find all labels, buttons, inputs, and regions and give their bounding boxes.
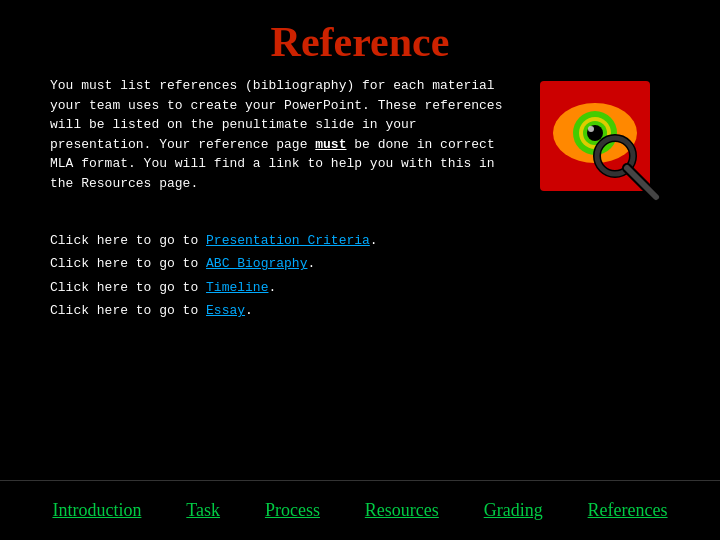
timeline-link[interactable]: Timeline: [206, 280, 268, 295]
bottom-navigation: Introduction Task Process Resources Grad…: [0, 480, 720, 540]
link-item-timeline: Click here to go to Timeline.: [50, 276, 670, 299]
nav-resources[interactable]: Resources: [365, 500, 439, 521]
description-text: You must list references (bibliography) …: [50, 76, 520, 193]
links-section: Click here to go to Presentation Criteri…: [0, 211, 720, 323]
nav-references[interactable]: References: [588, 500, 668, 521]
nav-introduction[interactable]: Introduction: [52, 500, 141, 521]
nav-grading[interactable]: Grading: [484, 500, 543, 521]
page-title: Reference: [0, 0, 720, 76]
abc-biography-link[interactable]: ABC Biography: [206, 256, 307, 271]
nav-task[interactable]: Task: [186, 500, 220, 521]
presentation-criteria-link[interactable]: Presentation Criteria: [206, 233, 370, 248]
link-item-abc: Click here to go to ABC Biography.: [50, 252, 670, 275]
link-item-presentation: Click here to go to Presentation Criteri…: [50, 229, 670, 252]
svg-point-6: [588, 126, 594, 132]
nav-process[interactable]: Process: [265, 500, 320, 521]
essay-link[interactable]: Essay: [206, 303, 245, 318]
link-item-essay: Click here to go to Essay.: [50, 299, 670, 322]
eye-search-icon: [540, 81, 670, 211]
